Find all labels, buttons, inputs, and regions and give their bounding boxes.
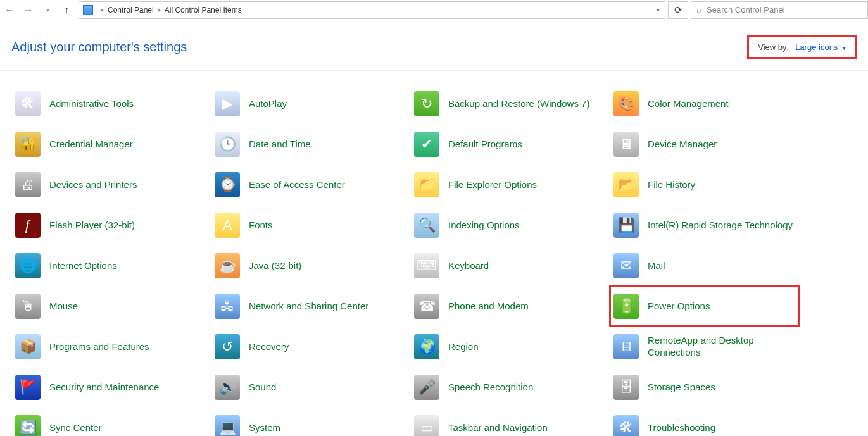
control-panel-grid: 🛠Administrative Tools▶AutoPlay↻Backup an…	[0, 71, 868, 436]
control-panel-item-label: Security and Maintenance	[49, 382, 159, 394]
navigation-bar: ← → ▾ ↑ ▸ Control Panel ▸ All Control Pa…	[0, 0, 868, 20]
viewby-control[interactable]: View by: Large icons ▾	[752, 39, 852, 56]
control-panel-item-mouse[interactable]: 🖱Mouse	[11, 286, 201, 327]
control-panel-item-label: Mouse	[49, 301, 78, 313]
control-panel-item-autoplay[interactable]: ▶AutoPlay	[211, 84, 401, 124]
control-panel-item-label: Storage Spaces	[648, 382, 715, 394]
control-panel-item-label: AutoPlay	[249, 98, 287, 110]
control-panel-item-taskbar[interactable]: ▭Taskbar and Navigation	[410, 408, 600, 436]
recov-icon: ↺	[215, 334, 240, 359]
chevron-down-icon: ▾	[843, 44, 846, 51]
control-panel-item-cred[interactable]: 🔐Credential Manager	[11, 124, 201, 165]
control-panel-item-label: Taskbar and Navigation	[448, 422, 548, 434]
control-panel-item-label: Programs and Features	[49, 341, 149, 353]
control-panel-item-label: Date and Time	[249, 139, 311, 151]
date-icon: 🕒	[215, 132, 240, 157]
control-panel-item-java[interactable]: ☕Java (32-bit)	[211, 246, 401, 286]
default-icon: ✔	[414, 132, 439, 157]
control-panel-item-speech[interactable]: 🎤Speech Recognition	[410, 367, 600, 408]
refresh-button[interactable]: ⟳	[668, 1, 688, 19]
control-panel-item-flash[interactable]: ƒFlash Player (32-bit)	[11, 205, 201, 246]
admin-icon: 🛠	[15, 91, 41, 116]
speech-icon: 🎤	[414, 375, 439, 400]
control-panel-item-label: Java (32-bit)	[249, 260, 301, 272]
control-panel-item-label: Default Programs	[448, 139, 522, 151]
prog-icon: 📦	[15, 334, 41, 359]
control-panel-item-net[interactable]: 🖧Network and Sharing Center	[211, 286, 401, 327]
control-panel-item-sound[interactable]: 🔊Sound	[211, 367, 401, 408]
control-panel-item-label: Backup and Restore (Windows 7)	[448, 98, 589, 110]
control-panel-item-fileexp[interactable]: 📁File Explorer Options	[410, 165, 600, 205]
control-panel-item-label: Network and Sharing Center	[249, 301, 368, 313]
search-input[interactable]: ⌕ Search Control Panel	[691, 1, 868, 19]
control-panel-item-index[interactable]: 🔍Indexing Options	[410, 205, 600, 246]
index-icon: 🔍	[414, 213, 439, 238]
control-panel-item-admin[interactable]: 🛠Administrative Tools	[11, 84, 201, 124]
storage-icon: 🗄	[613, 375, 639, 400]
control-panel-item-label: Device Manager	[648, 139, 717, 151]
breadcrumb-current[interactable]: All Control Panel Items	[165, 6, 242, 15]
control-panel-item-label: Intel(R) Rapid Storage Technology	[648, 220, 793, 232]
breadcrumb-sep-icon: ▸	[101, 6, 104, 13]
control-panel-item-label: File Explorer Options	[448, 179, 537, 191]
recent-locations-button[interactable]: ▾	[38, 1, 57, 19]
control-panel-item-backup[interactable]: ↻Backup and Restore (Windows 7)	[410, 84, 600, 124]
control-panel-item-color[interactable]: 🎨Color Management	[610, 84, 800, 124]
control-panel-item-label: Power Options	[648, 301, 710, 313]
address-bar[interactable]: ▸ Control Panel ▸ All Control Panel Item…	[79, 1, 665, 19]
control-panel-item-phone[interactable]: ☎Phone and Modem	[410, 286, 600, 327]
fonts-icon: A	[215, 213, 240, 238]
control-panel-item-filehist[interactable]: 📂File History	[610, 165, 800, 205]
backup-icon: ↻	[414, 91, 439, 116]
control-panel-item-label: System	[249, 422, 280, 434]
control-panel-item-devprn[interactable]: 🖨Devices and Printers	[11, 165, 201, 205]
control-panel-item-label: Speech Recognition	[448, 382, 533, 394]
system-icon: 💻	[215, 415, 240, 436]
control-panel-item-sync[interactable]: 🔄Sync Center	[11, 408, 201, 436]
up-button[interactable]: ↑	[57, 1, 76, 19]
control-panel-item-label: Ease of Access Center	[249, 179, 345, 191]
address-history-dropdown-icon[interactable]: ▾	[657, 6, 660, 13]
sound-icon: 🔊	[215, 375, 240, 400]
forward-button[interactable]: →	[19, 1, 38, 19]
control-panel-item-label: Troubleshooting	[648, 422, 715, 434]
region-icon: 🌍	[414, 334, 439, 359]
control-panel-item-default[interactable]: ✔Default Programs	[410, 124, 600, 165]
net-icon: 🖧	[215, 294, 240, 319]
control-panel-item-label: Fonts	[249, 220, 273, 232]
control-panel-item-inet[interactable]: 🌐Internet Options	[11, 246, 201, 286]
control-panel-item-devmgr[interactable]: 🖥Device Manager	[610, 124, 800, 165]
control-panel-item-ease[interactable]: ⌚Ease of Access Center	[211, 165, 401, 205]
search-icon: ⌕	[696, 5, 701, 15]
control-panel-item-remote[interactable]: 🖥RemoteApp and Desktop Connections	[610, 327, 800, 367]
ease-icon: ⌚	[215, 172, 240, 197]
control-panel-item-sec[interactable]: 🚩Security and Maintenance	[11, 367, 201, 408]
control-panel-item-intel[interactable]: 💾Intel(R) Rapid Storage Technology	[610, 205, 800, 246]
control-panel-item-label: Color Management	[648, 98, 729, 110]
control-panel-item-kb[interactable]: ⌨Keyboard	[410, 246, 600, 286]
control-panel-item-system[interactable]: 💻System	[211, 408, 401, 436]
control-panel-item-power[interactable]: 🔋Power Options	[610, 286, 800, 327]
back-button[interactable]: ←	[0, 1, 19, 19]
control-panel-item-prog[interactable]: 📦Programs and Features	[11, 327, 201, 367]
control-panel-item-label: Sound	[249, 382, 276, 394]
control-panel-item-label: Keyboard	[448, 260, 489, 272]
control-panel-item-label: Credential Manager	[49, 139, 133, 151]
control-panel-item-label: Administrative Tools	[49, 98, 134, 110]
control-panel-item-fonts[interactable]: AFonts	[211, 205, 401, 246]
viewby-value[interactable]: Large icons	[795, 42, 838, 52]
trouble-icon: 🛠	[613, 415, 639, 436]
breadcrumb-sep-icon: ▸	[158, 6, 161, 13]
control-panel-item-recov[interactable]: ↺Recovery	[211, 327, 401, 367]
control-panel-item-storage[interactable]: 🗄Storage Spaces	[610, 367, 800, 408]
control-panel-item-region[interactable]: 🌍Region	[410, 327, 600, 367]
breadcrumb-root[interactable]: Control Panel	[108, 6, 154, 15]
filehist-icon: 📂	[613, 172, 639, 197]
java-icon: ☕	[215, 253, 240, 278]
control-panel-item-trouble[interactable]: 🛠Troubleshooting	[610, 408, 800, 436]
autoplay-icon: ▶	[215, 91, 240, 116]
control-panel-item-mail[interactable]: ✉Mail	[610, 246, 800, 286]
control-panel-item-label: Phone and Modem	[448, 301, 529, 313]
remote-icon: 🖥	[613, 334, 639, 359]
control-panel-item-date[interactable]: 🕒Date and Time	[211, 124, 401, 165]
